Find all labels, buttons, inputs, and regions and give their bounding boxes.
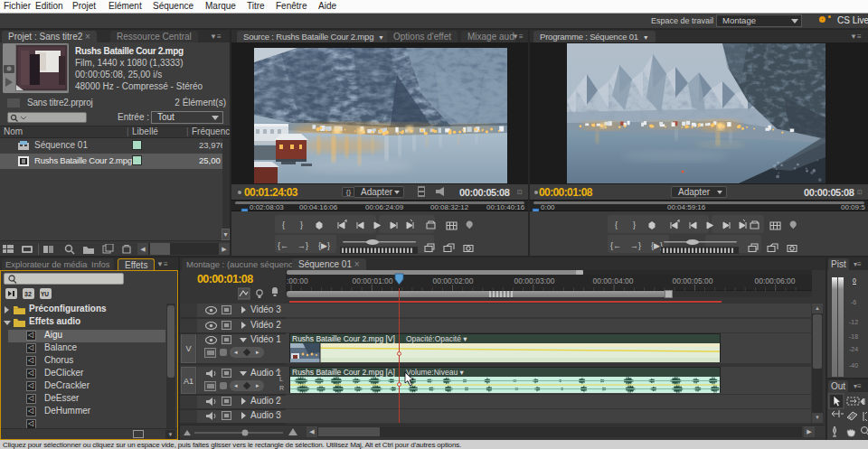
svg-text:00:00:01:00: 00:00:01:00 <box>353 276 393 285</box>
svg-text:→}: →} <box>630 241 641 250</box>
svg-text:→}: →} <box>297 241 308 250</box>
svg-text:00:00:02:00: 00:00:02:00 <box>433 276 474 285</box>
svg-text:00:00:06:00: 00:00:06:00 <box>755 276 796 285</box>
svg-text::00:00: :00:00 <box>287 276 308 285</box>
svg-text:32: 32 <box>24 291 32 297</box>
svg-text:00:00:05:00: 00:00:05:00 <box>673 276 713 285</box>
svg-text:YU: YU <box>41 291 49 297</box>
svg-text:{▶}: {▶} <box>318 241 330 250</box>
svg-text:{←: {← <box>610 241 621 250</box>
svg-text:{: { <box>282 220 285 229</box>
svg-text:{←: {← <box>278 241 288 250</box>
svg-text:{▶}: {▶} <box>651 241 663 250</box>
svg-text:00:00:03:00: 00:00:03:00 <box>514 276 555 285</box>
svg-text:00:00:04:00: 00:00:04:00 <box>593 276 634 285</box>
svg-text:{: { <box>615 220 618 229</box>
svg-text:}: } <box>633 220 636 229</box>
svg-text:}: } <box>300 220 303 229</box>
